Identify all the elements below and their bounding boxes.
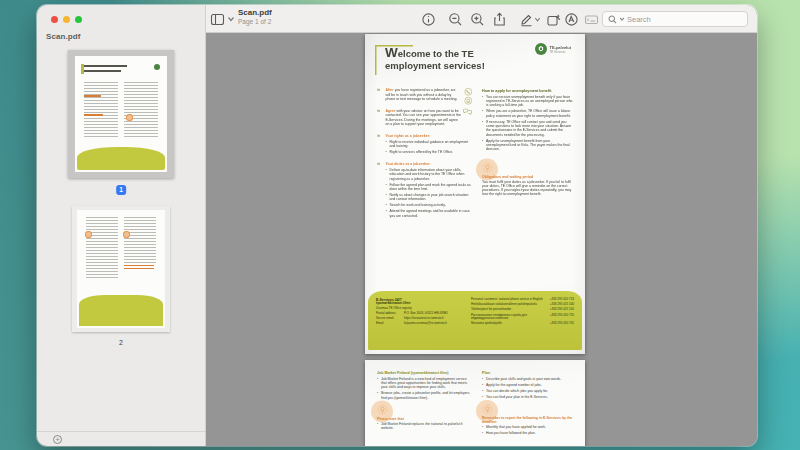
close-button[interactable]	[51, 16, 58, 23]
thumbnail-zoom-icon[interactable]: +	[53, 435, 62, 444]
page2-list: Describe your skills and goals in your o…	[482, 377, 573, 399]
zoom-button[interactable]	[75, 16, 82, 23]
section-icons	[463, 109, 473, 116]
sms-icon	[464, 97, 472, 105]
shield-icon	[535, 43, 547, 55]
sidebar-filename: Scan.pdf	[46, 32, 81, 41]
note-list: Monthly that you have applied for work.H…	[482, 424, 573, 434]
thumb-lightbulb	[123, 231, 130, 238]
right-column-list: You can receive unemployment benefit onl…	[482, 95, 573, 152]
zoom-in-icon[interactable]	[470, 12, 485, 27]
phone-label: Henkilöasiakkaan valtakunnallinen puheli…	[471, 303, 547, 307]
chevron-down-icon[interactable]	[534, 16, 541, 23]
info-icon[interactable]	[421, 12, 436, 27]
thumb-lightbulb	[126, 114, 133, 121]
list-item: You can decide which jobs you apply for.	[482, 389, 573, 393]
page-1-thumbnail[interactable]	[68, 50, 174, 178]
list-item: How you have followed the plan.	[482, 430, 573, 434]
jobseeker-section: »Your duties as a jobseeker:Deliver up-t…	[377, 162, 473, 218]
contact-value: P.O. Box 1003, 00521 HELSINKI	[404, 311, 464, 315]
pdf-page-2: Job Market Finland (tyomarkkinatori.fi/e…	[365, 360, 585, 446]
note-list: Job Market Finland replaces the national…	[377, 422, 473, 431]
page-1-thumbnail-preview	[75, 56, 167, 172]
jobseeker-section: »Agree with your advisor on how you want…	[377, 109, 473, 127]
page1-left-column: »After you have registered as a jobseeke…	[377, 88, 473, 225]
section-lead: After	[386, 88, 395, 92]
list-item: Monthly that you have applied for work.	[482, 424, 573, 428]
note-heading: Please note that	[377, 417, 473, 421]
list-item: Browse jobs, create a jobseeker profile,…	[377, 391, 473, 400]
chevron-down-icon	[619, 16, 625, 22]
note-heading: Remember to report the following in E-Se…	[482, 416, 573, 423]
right-column-heading: How to apply for unemployment benefit	[482, 88, 573, 93]
list-item: You can find your plan in the E-Services…	[482, 395, 573, 399]
page-1-badge: 1	[116, 185, 126, 195]
jobseeker-section: »Your rights as a jobseeker:Right to rec…	[377, 134, 473, 155]
double-arrow-icon: »	[377, 133, 380, 137]
phone-rows: Personal customers' national phone servi…	[471, 298, 574, 347]
page2-note: Please note thatJob Market Finland repla…	[377, 405, 473, 431]
document-view[interactable]: Welcome to the TE employment services! T…	[206, 33, 757, 446]
search-input[interactable]: Search	[602, 11, 748, 27]
share-icon[interactable]	[492, 12, 507, 27]
minimize-button[interactable]	[63, 16, 70, 23]
toolbar: Scan.pdf Page 1 of 2	[206, 5, 757, 33]
chevron-down-icon[interactable]	[227, 15, 235, 23]
right-pane: Scan.pdf Page 1 of 2	[206, 5, 757, 446]
office-name: Uusimaa TE Office registry	[376, 307, 464, 310]
note-text: You must fulfil your duties as a jobseek…	[482, 179, 573, 196]
phone-number: +358 295 025 500	[550, 303, 574, 307]
list-item: Job Market Finland is a new kind of empl…	[377, 377, 473, 390]
contact-footer-band: E-Services 24/7 tyomarkkinatori.fi/en Uu…	[368, 291, 582, 350]
section-text: After you have registered as a jobseeker…	[386, 88, 462, 101]
markup-pen-icon[interactable]	[519, 12, 534, 27]
list-item: Apply for the agreed number of jobs.	[482, 383, 573, 387]
page2-list: Job Market Finland is a new kind of empl…	[377, 377, 473, 400]
zoom-out-icon[interactable]	[448, 12, 463, 27]
list-item: Apply for unemployment benefit from your…	[482, 138, 573, 151]
eservices-site: tyomarkkinatori.fi/en	[376, 301, 464, 305]
page2-heading: Job Market Finland (tyomarkkinatori.fi/e…	[377, 370, 473, 375]
sign-icon[interactable]	[564, 12, 579, 27]
rotate-icon[interactable]	[546, 12, 561, 27]
list-item: Notify us about changes in your job sear…	[386, 193, 474, 202]
phone-label: Русскоязычная телефонная служба для инди…	[471, 313, 547, 320]
contact-row: Postal addressP.O. Box 1003, 00521 HELSI…	[376, 311, 464, 315]
list-item: Search for work and training actively.	[386, 203, 474, 207]
phone-label: Personal customers' national phone servi…	[471, 298, 547, 302]
contact-label: Postal address	[376, 311, 404, 315]
double-arrow-icon: »	[377, 87, 380, 91]
window-title: Scan.pdf	[238, 9, 272, 17]
form-fill-icon[interactable]	[584, 12, 599, 27]
page-indicator: Page 1 of 2	[238, 19, 272, 26]
phone-number: +358 295 020 701	[550, 322, 574, 326]
phone-label: Neuvonta työnhakijoille	[471, 322, 547, 326]
list-item: Right to receive individual guidance on …	[386, 140, 474, 149]
traffic-lights	[51, 16, 82, 23]
list-item: You can receive unemployment benefit onl…	[482, 95, 573, 108]
list-item: Job Market Finland replaces the national…	[377, 422, 473, 431]
sidebar-toggle-icon[interactable]	[210, 12, 225, 27]
page-2-thumbnail[interactable]	[72, 206, 170, 332]
list-item: Follow the agreed plan and mark the agre…	[386, 182, 474, 191]
thumb-logo-dot	[154, 64, 160, 70]
section-list: Deliver up-to-date information about you…	[386, 168, 474, 218]
obligations-note: Obligations and waiting period You must …	[482, 162, 573, 196]
thumb-green-band	[77, 147, 165, 170]
list-item: If necessary, TE Office will contact you…	[482, 119, 573, 136]
section-icons	[463, 88, 473, 105]
contact-label: Secure email	[376, 316, 404, 320]
double-arrow-icon: »	[377, 108, 380, 112]
jobseeker-section: »After you have registered as a jobseeke…	[377, 88, 473, 101]
section-heading: Your duties as a jobseeker:	[386, 162, 474, 166]
section-heading: Your rights as a jobseeker:	[386, 134, 474, 138]
preview-window: Scan.pdf 1	[37, 5, 757, 446]
phone-row: Henkilöasiakkaan valtakunnallinen puheli…	[471, 303, 574, 307]
contact-label: Email	[376, 321, 404, 325]
list-item: Attend the agreed meetings and be availa…	[386, 209, 474, 218]
contact-rows: Postal addressP.O. Box 1003, 00521 HELSI…	[376, 311, 464, 325]
phone-number: +358 295 020 715	[550, 313, 574, 320]
chat-bubbles-icon	[463, 109, 473, 116]
note-heading: Obligations and waiting period	[482, 174, 573, 178]
thumbnail-sidebar: Scan.pdf 1	[37, 5, 206, 446]
